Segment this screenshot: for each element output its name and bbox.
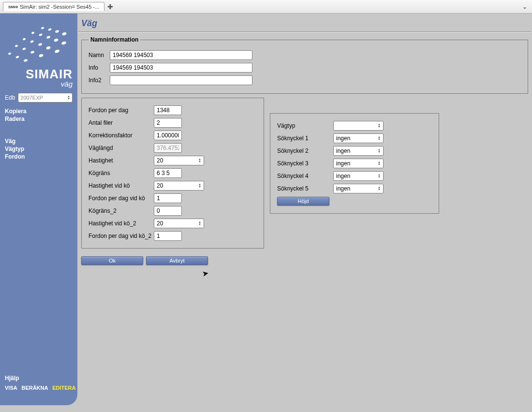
sok5-label: Söknyckel 5 <box>277 185 333 192</box>
sidebar-link-fordon[interactable]: Fordon <box>5 153 73 161</box>
namninformation-fieldset: Namninformation Namn Info Info2 <box>81 36 528 94</box>
sok2-label: Söknyckel 2 <box>277 147 333 154</box>
browser-tab[interactable]: SMHI SimAir: sim2 -Session= Ses45 -... <box>3 2 104 11</box>
vaglangd-input <box>154 143 182 153</box>
svg-point-18 <box>8 52 11 55</box>
left-panel: Fordon per dag Antal filer Korrektionsfa… <box>81 98 264 249</box>
svg-point-13 <box>54 49 59 53</box>
svg-point-12 <box>46 46 51 50</box>
svg-point-6 <box>46 35 50 39</box>
svg-point-8 <box>61 41 66 45</box>
namninformation-legend: Namninformation <box>89 36 140 43</box>
kograns2-input[interactable] <box>154 206 182 216</box>
sok1-label: Söknyckel 1 <box>277 135 333 142</box>
svg-point-9 <box>22 38 26 41</box>
sidebar-link-hjalp[interactable]: Hjälp <box>5 374 75 382</box>
svg-point-17 <box>39 54 44 58</box>
korrektionsfaktor-input[interactable] <box>154 131 182 140</box>
fordon-per-dag-label: Fordon per dag <box>89 107 154 114</box>
sidebar-link-vag[interactable]: Väg <box>5 137 73 145</box>
hastighet-select[interactable]: 20 ▲▼ <box>154 156 204 165</box>
hastighet-vid-ko2-label: Hastighet vid kö_2 <box>89 220 154 227</box>
svg-point-11 <box>38 43 42 46</box>
tabs-dropdown-icon[interactable]: ⌄ <box>522 3 527 10</box>
logo-dots-icon <box>4 26 76 69</box>
svg-point-1 <box>48 28 52 31</box>
ok-button[interactable]: Ok <box>81 256 143 265</box>
tab-title: SimAir: sim2 -Session= Ses45 -... <box>20 4 99 10</box>
korrektionsfaktor-label: Korrektionsfaktor <box>89 132 154 139</box>
spinner-icon: ▲▼ <box>378 174 381 178</box>
svg-point-19 <box>15 56 19 59</box>
mode-editera[interactable]: EDITERA <box>52 385 75 391</box>
info2-input[interactable] <box>110 75 252 85</box>
svg-point-20 <box>23 59 28 62</box>
info2-label: Info2 <box>89 77 110 84</box>
svg-point-3 <box>62 32 67 36</box>
sidebar-link-vagtyp[interactable]: Vägtyp <box>5 145 73 153</box>
fordon-per-dag-vid-ko-label: Fordon per dag vid kö <box>89 195 154 202</box>
new-tab-button[interactable]: ✚ <box>107 3 113 11</box>
content-area: Väg Namninformation Namn Info Info2 Ford… <box>77 14 532 405</box>
mode-berakna[interactable]: BERÄKNA <box>21 385 48 391</box>
svg-point-2 <box>55 29 59 33</box>
namn-input[interactable] <box>110 50 252 60</box>
sok4-label: Söknyckel 4 <box>277 173 333 179</box>
sok3-value: ingen <box>336 160 350 167</box>
spinner-icon: ▲▼ <box>198 221 201 226</box>
sok2-value: ingen <box>336 147 350 154</box>
hastighet-label: Hastighet <box>89 157 154 164</box>
sok4-select[interactable]: ingen ▲▼ <box>333 171 384 181</box>
svg-point-16 <box>30 50 34 54</box>
tab-favicon: SMHI <box>8 5 18 9</box>
namn-label: Namn <box>89 52 110 59</box>
info-input[interactable] <box>110 63 252 73</box>
kograns-input[interactable] <box>154 168 182 178</box>
kograns-label: Kögräns <box>89 170 154 177</box>
sok5-select[interactable]: ingen ▲▼ <box>333 184 384 193</box>
spinner-icon: ▲▼ <box>378 161 381 166</box>
antal-filer-label: Antal filer <box>89 119 154 126</box>
info-label: Info <box>89 64 110 71</box>
hojd-button[interactable]: Höjd <box>277 197 329 206</box>
sidebar-link-radera[interactable]: Radera <box>5 115 73 123</box>
antal-filer-input[interactable] <box>154 118 182 128</box>
fordon-per-dag-vid-ko-input[interactable] <box>154 193 182 203</box>
edb-select[interactable]: 2007EXP ▲▼ <box>18 93 73 103</box>
vagtyp-label: Vägtyp <box>277 122 333 129</box>
spinner-icon: ▲▼ <box>67 95 70 100</box>
hastighet-vid-ko-select[interactable]: 20 ▲▼ <box>154 181 204 191</box>
spinner-icon: ▲▼ <box>198 183 201 188</box>
vagtyp-select[interactable]: ▲▼ <box>333 121 384 131</box>
tab-bar: SMHI SimAir: sim2 -Session= Ses45 -... ✚… <box>0 0 532 14</box>
kograns2-label: Kögräns_2 <box>89 207 154 214</box>
svg-point-5 <box>39 33 43 37</box>
spinner-icon: ▲▼ <box>198 158 201 163</box>
sok1-value: ingen <box>336 135 350 142</box>
svg-point-7 <box>54 38 59 42</box>
sok3-select[interactable]: ingen ▲▼ <box>333 159 384 168</box>
fordon-per-dag-input[interactable] <box>154 105 182 115</box>
page-title: Väg <box>77 14 532 31</box>
sok5-value: ingen <box>336 185 350 192</box>
hastighet-vid-ko-label: Hastighet vid kö <box>89 182 154 189</box>
hastighet-value: 20 <box>157 157 163 164</box>
edb-select-value: 2007EXP <box>20 95 43 101</box>
avbryt-button[interactable]: Avbryt <box>146 256 208 265</box>
svg-point-4 <box>31 31 34 34</box>
sok2-select[interactable]: ingen ▲▼ <box>333 146 384 156</box>
spinner-icon: ▲▼ <box>378 136 381 141</box>
sok1-select[interactable]: ingen ▲▼ <box>333 133 384 143</box>
logo-area: SIMAIR väg <box>0 14 77 91</box>
hastighet-vid-ko2-select[interactable]: 20 ▲▼ <box>154 219 204 228</box>
vaglangd-label: Väglängd <box>89 145 154 151</box>
hastighet-vid-ko2-value: 20 <box>157 220 163 227</box>
svg-point-10 <box>30 40 34 44</box>
right-panel: Vägtyp ▲▼ Söknyckel 1 ingen ▲▼ <box>270 113 439 214</box>
fordon-per-dag-vid-ko2-label: Fordon per dag vid kö_2 <box>89 233 154 239</box>
mode-visa[interactable]: VISA <box>5 385 17 391</box>
fordon-per-dag-vid-ko2-input[interactable] <box>154 231 182 241</box>
spinner-icon: ▲▼ <box>378 123 381 128</box>
sidebar-link-kopiera[interactable]: Kopiera <box>5 107 73 115</box>
spinner-icon: ▲▼ <box>378 148 381 153</box>
